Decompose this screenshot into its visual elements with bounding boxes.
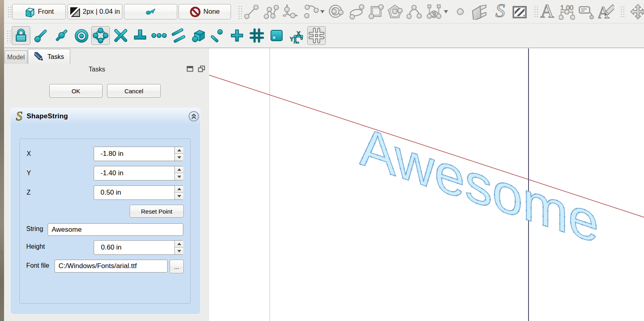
svg-text:3: 3 bbox=[432, 10, 436, 19]
svg-text:Y: Y bbox=[290, 36, 294, 42]
svg-text:A: A bbox=[540, 4, 554, 20]
svg-text:Awesome: Awesome bbox=[359, 115, 599, 255]
svg-text:S: S bbox=[495, 4, 505, 20]
svg-text:S: S bbox=[16, 110, 23, 123]
